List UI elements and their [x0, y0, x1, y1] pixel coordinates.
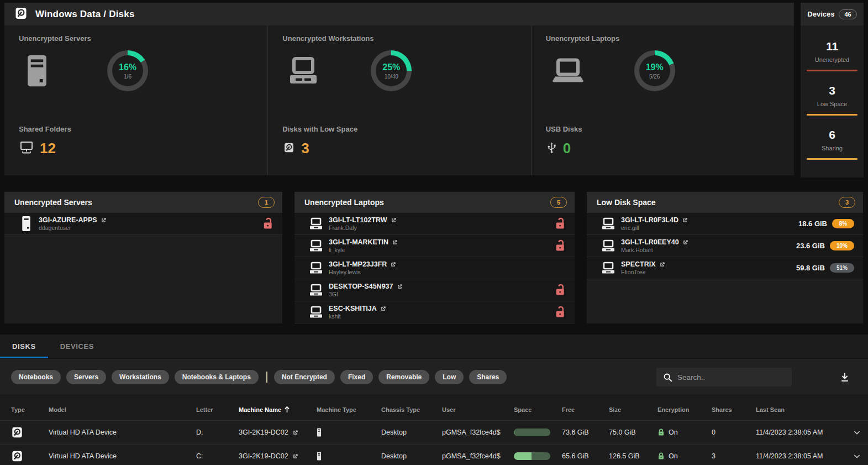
- cell-last-scan: 11/4/2023 2:38:05 AM: [745, 429, 841, 436]
- disk-table-row[interactable]: Virtual HD ATA Device D: 3GI-2K19-DC02 D…: [0, 420, 868, 444]
- laptop-list-item[interactable]: 3GI-LT-LT102TRW Frank.Daly: [294, 213, 575, 235]
- cell-letter: C:: [185, 452, 228, 460]
- col-header-last-scan[interactable]: Last Scan: [745, 406, 841, 413]
- low-space-list-item[interactable]: 3GI-LT-LR0F3L4D eric.gill 18.6 GiB 8%: [587, 213, 863, 235]
- external-link-icon: [682, 239, 688, 245]
- tab-devices[interactable]: DEVICES: [48, 335, 106, 358]
- stat-value: 3: [801, 84, 864, 97]
- sort-ascending-icon: [284, 406, 290, 413]
- external-link-icon: [392, 239, 398, 245]
- filter-toolbar: Notebooks Servers Workstations Notebooks…: [0, 359, 868, 394]
- machine-name-link[interactable]: SPECTRIX: [621, 260, 665, 268]
- summary-body: Unencrypted Servers 16% 1/6: [4, 25, 794, 175]
- col-header-user[interactable]: User: [431, 406, 503, 413]
- filter-group-divider: [266, 372, 267, 383]
- col-header-model[interactable]: Model: [38, 406, 185, 413]
- filter-chip-not-encrypted[interactable]: Not Encrypted: [274, 370, 335, 384]
- machine-name-link[interactable]: 3GI-AZURE-APPS: [39, 216, 107, 224]
- laptop-list-item[interactable]: 3GI-LT-MARKETIN li_kyle: [294, 235, 575, 257]
- server-list-item[interactable]: 3GI-AZURE-APPS ddagentuser: [4, 213, 282, 235]
- machine-name-link[interactable]: ESC-KSHITIJA: [329, 305, 386, 312]
- cell-shares: 3: [701, 452, 745, 460]
- shared-folders-count: 12: [40, 140, 56, 157]
- col-header-size[interactable]: Size: [598, 406, 646, 413]
- devices-stat-sharing[interactable]: 6 Sharing: [801, 128, 864, 160]
- search-box[interactable]: [656, 368, 792, 386]
- cell-machine-name-link[interactable]: 3GI-2K19-DC02: [228, 429, 306, 436]
- filter-chip-fixed[interactable]: Fixed: [340, 370, 373, 384]
- page-title: Windows Data / Disks: [35, 9, 135, 20]
- free-percent-badge: 51%: [830, 263, 854, 273]
- low-space-list-item[interactable]: 3GI-LT-LR0EEY40 Mark.Hobart 23.6 GiB 10%: [587, 235, 863, 257]
- machine-name-link[interactable]: 3GI-LT-LT102TRW: [329, 216, 397, 224]
- machine-name-link[interactable]: 3GI-LT-MP23J3FR: [329, 260, 396, 268]
- donut-fraction: 1/6: [124, 74, 131, 80]
- free-space-value: 59.8 GiB: [796, 264, 825, 272]
- cell-letter: D:: [185, 429, 228, 436]
- stat-label: Sharing: [801, 145, 864, 151]
- devices-stat-low-space[interactable]: 3 Low Space: [801, 84, 864, 116]
- stat-label-unencrypted-laptops: Unencrypted Laptops: [532, 34, 794, 43]
- tab-disks[interactable]: DISKS: [0, 335, 48, 358]
- col-header-machine-type[interactable]: Machine Type: [306, 406, 370, 413]
- stat-label-unencrypted-workstations: Unencrypted Workstations: [268, 34, 530, 43]
- machine-name-link[interactable]: 3GI-LT-MARKETIN: [329, 238, 398, 246]
- col-header-space[interactable]: Space: [503, 406, 551, 413]
- unlocked-icon: [262, 217, 273, 230]
- download-button[interactable]: [839, 372, 850, 383]
- col-header-shares[interactable]: Shares: [701, 406, 745, 413]
- laptop-list-item[interactable]: ESC-KSHITIJA kshit: [294, 301, 575, 323]
- filter-chip-servers[interactable]: Servers: [66, 370, 106, 384]
- low-space-list-item[interactable]: SPECTRIX FfionTree 59.8 GiB 51%: [587, 257, 863, 279]
- hard-disk-icon: [14, 7, 28, 22]
- row-expand-button[interactable]: [841, 452, 868, 461]
- row-expand-button[interactable]: [841, 428, 868, 437]
- disk-icon: [283, 142, 294, 155]
- search-input[interactable]: [677, 373, 777, 382]
- panel-count-badge: 1: [258, 197, 275, 208]
- cell-machine-name-link[interactable]: 3GI-2K19-DC02: [228, 452, 306, 460]
- filter-chip-removable[interactable]: Removable: [378, 370, 429, 384]
- server-icon: [24, 54, 107, 87]
- filter-chip-workstations[interactable]: Workstations: [112, 370, 169, 384]
- cell-last-scan: 11/4/2023 2:38:05 AM: [745, 452, 841, 460]
- filter-chip-notebooks-laptops[interactable]: Notebooks & Laptops: [175, 370, 259, 384]
- low-disk-space-panel: Low Disk Space 3 3GI-LT-LR0F3L4D eric.gi…: [587, 192, 863, 323]
- filter-chip-low[interactable]: Low: [435, 370, 464, 384]
- filter-chip-shares[interactable]: Shares: [469, 370, 507, 384]
- machine-user: FfionTree: [621, 269, 665, 275]
- disk-table-row[interactable]: Virtual HD ATA Device C: 3GI-2K19-DC02 D…: [0, 444, 868, 465]
- col-header-letter[interactable]: Letter: [185, 406, 228, 413]
- devices-stat-unencrypted[interactable]: 11 Unencrypted: [801, 40, 864, 71]
- filter-chip-notebooks[interactable]: Notebooks: [11, 370, 61, 384]
- col-header-free[interactable]: Free: [551, 406, 598, 413]
- machine-name-link[interactable]: 3GI-LT-LR0EEY40: [621, 238, 688, 246]
- laptop-list-item[interactable]: DESKTOP-S45N937 3GI: [294, 279, 575, 301]
- col-header-chassis-type[interactable]: Chassis Type: [370, 406, 431, 413]
- cell-user: pGMSA_f32fce4d$: [431, 452, 503, 460]
- col-header-machine-name[interactable]: Machine Name: [228, 406, 306, 413]
- cell-encryption: On: [669, 429, 678, 436]
- disks-table: Type Model Letter Machine Name Machine T…: [0, 399, 868, 465]
- laptop-icon: [294, 262, 329, 275]
- usb-icon: [547, 142, 556, 156]
- cell-model: Virtual HD ATA Device: [38, 429, 185, 436]
- stat-underline: [807, 158, 858, 160]
- locked-icon: [657, 452, 665, 460]
- col-header-encryption[interactable]: Encryption: [646, 406, 701, 413]
- laptop-icon: [294, 239, 329, 253]
- col-header-type[interactable]: Type: [0, 406, 38, 413]
- disks-summary-card: Windows Data / Disks Unencrypted Servers…: [4, 3, 794, 175]
- machine-name-link[interactable]: 3GI-LT-LR0F3L4D: [621, 216, 688, 224]
- unlocked-icon: [554, 239, 566, 252]
- stat-underline: [807, 114, 858, 116]
- machine-name-link[interactable]: DESKTOP-S45N937: [329, 283, 403, 290]
- unlocked-icon: [554, 306, 566, 318]
- donut-percent: 25%: [382, 62, 400, 72]
- panel-title: Low Disk Space: [597, 198, 839, 207]
- laptop-list-item[interactable]: 3GI-LT-MP23J3FR Hayley.lewis: [294, 257, 575, 279]
- download-icon: [839, 372, 850, 383]
- devices-count-badge: 46: [839, 9, 856, 19]
- search-icon: [663, 373, 672, 382]
- laptop-icon: [294, 306, 329, 319]
